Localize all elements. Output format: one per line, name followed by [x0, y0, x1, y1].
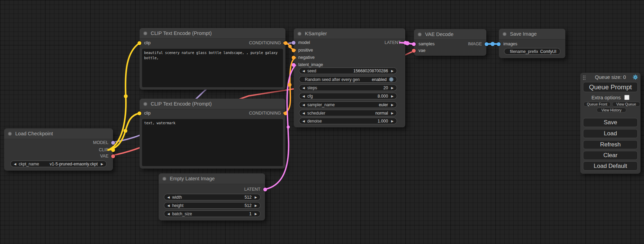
load-button[interactable]: Load [583, 129, 638, 138]
link-midpoint-dot[interactable] [491, 42, 495, 46]
decrement-arrow-icon[interactable] [167, 204, 170, 207]
node-title-bar[interactable]: CLIP Text Encode (Prompt) [140, 99, 285, 109]
node-clip-text-encode-negative[interactable]: CLIP Text Encode (Prompt) clip CONDITION… [140, 99, 285, 169]
decrement-arrow-icon[interactable] [302, 103, 305, 107]
input-slot-clip[interactable]: clip [140, 39, 151, 46]
node-empty-latent-image[interactable]: Empty Latent Image LATENT width 512 heig… [159, 173, 265, 220]
increment-arrow-icon[interactable] [255, 196, 257, 199]
input-slot-positive[interactable]: positive [294, 47, 313, 54]
output-slot-latent[interactable]: LATENT [385, 39, 405, 46]
height-widget[interactable]: height 512 [164, 202, 261, 209]
output-slot-model[interactable]: MODEL [93, 139, 113, 146]
node-title-bar[interactable]: VAE Decode [414, 29, 486, 40]
decrement-arrow-icon[interactable] [302, 94, 305, 98]
node-graph-canvas[interactable]: Load Checkpoint MODEL CLIP VAE ckpt_name… [0, 0, 644, 244]
clip-port-icon[interactable] [111, 148, 115, 152]
scheduler-widget[interactable]: scheduler normal [299, 110, 397, 116]
link-midpoint-dot[interactable] [288, 45, 292, 48]
toggle-enabled-icon[interactable] [389, 77, 394, 82]
decrement-arrow-icon[interactable] [14, 162, 16, 166]
collapse-dot-icon[interactable] [143, 102, 147, 106]
vae-port-icon[interactable] [111, 154, 115, 158]
output-slot-image[interactable]: IMAGE [468, 40, 486, 47]
conditioning-port-icon[interactable] [284, 41, 288, 45]
clear-button[interactable]: Clear [583, 151, 638, 160]
node-ksampler[interactable]: KSampler model positive negative latent_… [294, 28, 405, 127]
drag-handle-icon[interactable] [583, 75, 586, 80]
collapse-dot-icon[interactable] [503, 32, 506, 36]
conditioning-port-icon[interactable] [292, 56, 295, 60]
output-slot-conditioning[interactable]: CONDITIONING [249, 39, 285, 46]
decrement-arrow-icon[interactable] [302, 119, 305, 123]
conditioning-port-icon[interactable] [284, 111, 288, 115]
image-port-icon[interactable] [485, 42, 488, 46]
extra-options-checkbox[interactable] [624, 95, 629, 100]
link-midpoint-dot[interactable] [288, 83, 292, 87]
increment-arrow-icon[interactable] [391, 111, 394, 115]
output-slot-clip[interactable]: CLIP [99, 146, 113, 153]
collapse-dot-icon[interactable] [8, 132, 12, 136]
output-slot-conditioning[interactable]: CONDITIONING [249, 110, 285, 117]
view-history-button[interactable]: View History [597, 108, 626, 112]
width-widget[interactable]: width 512 [164, 194, 261, 200]
input-slot-images[interactable]: images [499, 40, 517, 47]
ckpt-name-widget[interactable]: ckpt_name v1-5-pruned-emaonly.ckpt [10, 161, 107, 167]
input-slot-negative[interactable]: negative [294, 54, 315, 61]
clip-port-icon[interactable] [138, 41, 141, 45]
input-slot-vae[interactable]: vae [414, 47, 425, 54]
latent-port-icon[interactable] [404, 41, 407, 45]
image-port-icon[interactable] [497, 42, 501, 46]
view-queue-button[interactable]: View Queue [612, 102, 640, 107]
node-title-bar[interactable]: CLIP Text Encode (Prompt) [140, 28, 285, 39]
increment-arrow-icon[interactable] [255, 204, 257, 207]
increment-arrow-icon[interactable] [255, 212, 257, 216]
queue-prompt-button[interactable]: Queue Prompt [583, 82, 638, 92]
increment-arrow-icon[interactable] [391, 103, 394, 107]
refresh-button[interactable]: Refresh [583, 140, 638, 149]
node-title-bar[interactable]: Save Image [499, 29, 565, 39]
node-title-bar[interactable]: Empty Latent Image [159, 173, 265, 184]
latent-port-icon[interactable] [263, 188, 267, 191]
increment-arrow-icon[interactable] [101, 162, 103, 166]
cfg-widget[interactable]: cfg 8.000 [299, 93, 397, 99]
conditioning-port-icon[interactable] [292, 48, 295, 52]
input-slot-samples[interactable]: samples [414, 40, 435, 47]
input-slot-latent-image[interactable]: latent_image [294, 61, 323, 68]
collapse-dot-icon[interactable] [162, 177, 166, 181]
node-save-image[interactable]: Save Image images filename_prefix ComfyU… [499, 29, 565, 58]
settings-gear-icon[interactable] [633, 74, 638, 80]
node-vae-decode[interactable]: VAE Decode samples vae IMAGE [414, 29, 486, 56]
prompt-textarea[interactable]: beautiful scenery nature glass bottle la… [142, 49, 283, 87]
collapse-dot-icon[interactable] [143, 31, 147, 35]
latent-port-icon[interactable] [412, 42, 416, 46]
increment-arrow-icon[interactable] [391, 119, 394, 123]
queue-front-button[interactable]: Queue Front [583, 102, 611, 107]
output-slot-vae[interactable]: VAE [100, 153, 113, 160]
collapse-dot-icon[interactable] [298, 32, 301, 36]
decrement-arrow-icon[interactable] [302, 86, 305, 90]
input-slot-model[interactable]: model [294, 39, 310, 46]
collapse-dot-icon[interactable] [418, 33, 422, 36]
filename-prefix-widget[interactable]: filename_prefix ComfyUI [504, 48, 561, 55]
prompt-textarea[interactable]: text, watermark [142, 119, 283, 166]
seed-widget[interactable]: seed 156680208700286 [299, 67, 397, 74]
decrement-arrow-icon[interactable] [167, 212, 170, 216]
increment-arrow-icon[interactable] [391, 94, 394, 98]
decrement-arrow-icon[interactable] [302, 69, 305, 73]
model-port-icon[interactable] [292, 41, 295, 45]
output-slot-latent[interactable]: LATENT [244, 186, 265, 193]
steps-widget[interactable]: steps 20 [299, 84, 397, 91]
random-seed-toggle-widget[interactable]: Random seed after every gen enabled [299, 76, 397, 83]
increment-arrow-icon[interactable] [391, 69, 394, 73]
node-clip-text-encode-positive[interactable]: CLIP Text Encode (Prompt) clip CONDITION… [140, 28, 285, 90]
decrement-arrow-icon[interactable] [302, 111, 305, 115]
node-title-bar[interactable]: KSampler [294, 28, 405, 39]
decrement-arrow-icon[interactable] [167, 196, 170, 199]
latent-port-icon[interactable] [292, 63, 295, 67]
batch-size-widget[interactable]: batch_size 1 [164, 210, 261, 217]
sampler-name-widget[interactable]: sampler_name euler [299, 101, 397, 108]
link-midpoint-dot[interactable] [124, 94, 128, 98]
node-title-bar[interactable]: Load Checkpoint [4, 128, 113, 139]
link-midpoint-dot[interactable] [287, 126, 290, 129]
model-port-icon[interactable] [111, 141, 115, 145]
